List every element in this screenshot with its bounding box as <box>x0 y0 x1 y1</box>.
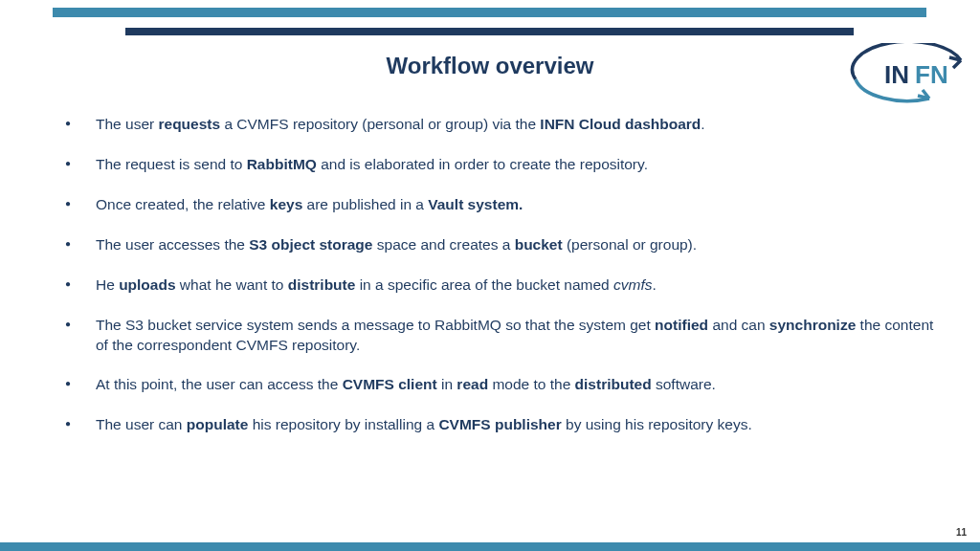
bullet-item: Once created, the relative keys are publ… <box>65 195 946 215</box>
bullet-list: The user requests a CVMFS repository (pe… <box>65 115 946 455</box>
dark-accent-bar <box>125 28 854 35</box>
slide-title: Workflow overview <box>0 53 980 79</box>
bullet-item: The user requests a CVMFS repository (pe… <box>65 115 946 135</box>
bullet-item: The S3 bucket service system sends a mes… <box>65 316 946 356</box>
svg-text:IN: IN <box>884 60 909 89</box>
bullet-item: At this point, the user can access the C… <box>65 375 946 395</box>
bullet-item: The user can populate his repository by … <box>65 415 946 435</box>
bullet-item: He uploads what he want to distribute in… <box>65 276 946 296</box>
infn-logo: IN FN <box>848 43 972 105</box>
svg-text:FN: FN <box>915 60 948 89</box>
bullet-item: The request is send to RabbitMQ and is e… <box>65 155 946 175</box>
bottom-accent-bar <box>0 542 980 551</box>
bullet-item: The user accesses the S3 object storage … <box>65 235 946 255</box>
page-number: 11 <box>956 527 967 538</box>
top-accent-bar <box>53 8 926 17</box>
